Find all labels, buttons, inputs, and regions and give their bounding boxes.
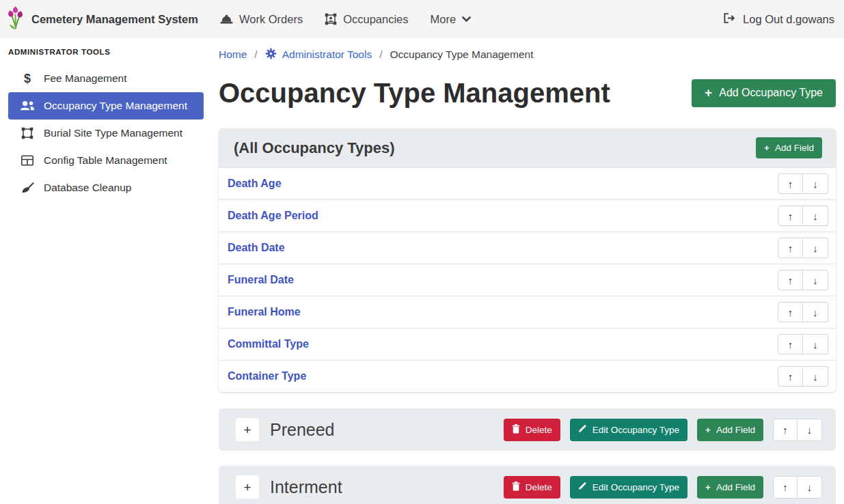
app-brand[interactable]: Cemetery Management System [7, 5, 198, 33]
sidebar-item-label: Config Table Management [44, 154, 167, 167]
plus-icon: + [764, 143, 770, 153]
breadcrumb-admin-tools-label: Administrator Tools [282, 48, 372, 61]
broom-icon [19, 182, 36, 194]
add-occupancy-type-label: Add Occupancy Type [719, 87, 823, 99]
sidebar: ADMINISTRATOR TOOLS $ Fee Management Occ… [0, 38, 212, 504]
move-up-button[interactable]: ↑ [778, 206, 803, 226]
sidebar-item-config-table-management[interactable]: Config Table Management [8, 147, 204, 174]
occupancy-type-section-interment: + Interment Delete [219, 466, 836, 504]
edit-occupancy-type-button[interactable]: Edit Occupancy Type [570, 419, 688, 441]
breadcrumb-admin-tools-link[interactable]: Administrator Tools [265, 48, 372, 62]
top-navbar: Cemetery Management System Work Orders [0, 0, 844, 38]
field-link-container-type[interactable]: Container Type [228, 370, 306, 382]
pencil-icon [578, 424, 587, 435]
trash-icon [512, 424, 520, 436]
users-icon [19, 100, 36, 111]
field-row: Funeral Home ↑ ↓ [219, 296, 836, 328]
page-title: Occupancy Type Management [219, 76, 610, 109]
app-title: Cemetery Management System [31, 13, 198, 26]
field-row: Committal Type ↑ ↓ [219, 328, 836, 360]
chevron-down-icon [462, 16, 471, 23]
move-down-button[interactable]: ↓ [803, 173, 828, 194]
move-down-button[interactable]: ↓ [798, 476, 822, 499]
sidebar-item-label: Occupancy Type Management [44, 100, 187, 112]
hard-hat-icon [220, 14, 233, 25]
field-link-death-age-period[interactable]: Death Age Period [228, 210, 318, 222]
breadcrumb-current: Occupancy Type Management [390, 48, 534, 61]
field-row: Funeral Date ↑ ↓ [219, 264, 836, 296]
add-field-button[interactable]: + Add Field [756, 137, 822, 158]
move-up-button[interactable]: ↑ [778, 334, 803, 354]
breadcrumb-separator: / [247, 48, 264, 61]
move-down-button[interactable]: ↓ [803, 206, 828, 226]
move-up-button[interactable]: ↑ [778, 270, 803, 290]
reorder-buttons: ↑ ↓ [778, 334, 828, 354]
sidebar-item-burial-site-type-management[interactable]: Burial Site Type Management [8, 120, 204, 147]
expand-button[interactable]: + [236, 475, 259, 499]
field-link-committal-type[interactable]: Committal Type [228, 338, 309, 350]
move-down-button[interactable]: ↓ [803, 302, 828, 322]
occupancy-frame-icon [325, 13, 337, 25]
trash-icon [512, 481, 520, 493]
plus-icon: + [705, 425, 711, 435]
field-row: Container Type ↑ ↓ [219, 360, 836, 392]
sidebar-item-occupancy-type-management[interactable]: Occupancy Type Management [8, 92, 204, 120]
field-link-death-age[interactable]: Death Age [228, 178, 282, 190]
move-up-button[interactable]: ↑ [778, 173, 803, 194]
move-up-button[interactable]: ↑ [773, 476, 798, 499]
move-down-button[interactable]: ↓ [803, 334, 828, 354]
nav-occupancies[interactable]: Occupancies [325, 13, 408, 26]
add-field-button[interactable]: + Add Field [697, 419, 763, 441]
breadcrumb-home-link[interactable]: Home [219, 48, 247, 61]
sidebar-item-database-cleanup[interactable]: Database Cleanup [8, 174, 204, 201]
pencil-icon [578, 481, 587, 492]
move-down-button[interactable]: ↓ [803, 366, 828, 387]
add-field-button[interactable]: + Add Field [697, 476, 763, 499]
reorder-buttons: ↑ ↓ [778, 173, 828, 194]
add-field-label: Add Field [775, 143, 814, 153]
tulip-logo-icon [7, 5, 25, 33]
table-icon [19, 155, 36, 166]
all-occupancy-types-card: (All Occupancy Types) + Add Field Death … [219, 128, 836, 392]
move-down-button[interactable]: ↓ [803, 270, 828, 290]
add-field-label: Add Field [716, 482, 755, 492]
main-content: Home / Administrator Tools / Occupancy T… [212, 38, 844, 504]
card-title: (All Occupancy Types) [234, 139, 395, 157]
logout-label: Log Out d.gowans [743, 13, 834, 26]
dollar-icon: $ [19, 72, 36, 86]
reorder-buttons: ↑ ↓ [773, 419, 822, 441]
edit-occupancy-type-button[interactable]: Edit Occupancy Type [570, 476, 688, 499]
move-up-button[interactable]: ↑ [778, 366, 803, 387]
move-down-button[interactable]: ↓ [803, 238, 828, 258]
plus-icon: + [705, 482, 711, 492]
field-link-funeral-date[interactable]: Funeral Date [228, 274, 294, 286]
move-up-button[interactable]: ↑ [778, 302, 803, 322]
add-occupancy-type-button[interactable]: + Add Occupancy Type [692, 79, 836, 107]
reorder-buttons: ↑ ↓ [773, 476, 822, 499]
plus-icon: + [705, 85, 712, 100]
reorder-buttons: ↑ ↓ [778, 302, 828, 322]
nav-work-orders[interactable]: Work Orders [220, 13, 303, 26]
sidebar-item-label: Fee Management [44, 72, 127, 85]
logout-button[interactable]: Log Out d.gowans [723, 12, 834, 27]
sidebar-header: ADMINISTRATOR TOOLS [0, 42, 212, 56]
all-occupancy-types-header: (All Occupancy Types) + Add Field [219, 128, 836, 167]
breadcrumb: Home / Administrator Tools / Occupancy T… [219, 42, 836, 61]
move-up-button[interactable]: ↑ [773, 419, 798, 441]
logout-icon [723, 12, 736, 27]
sidebar-item-label: Burial Site Type Management [44, 127, 182, 139]
nav-more-label: More [431, 13, 457, 26]
sidebar-item-fee-management[interactable]: $ Fee Management [8, 65, 204, 92]
expand-button[interactable]: + [236, 418, 259, 441]
delete-button[interactable]: Delete [504, 476, 560, 499]
field-link-funeral-home[interactable]: Funeral Home [228, 306, 301, 318]
move-up-button[interactable]: ↑ [778, 238, 803, 258]
move-down-button[interactable]: ↓ [798, 419, 822, 441]
field-link-death-date[interactable]: Death Date [228, 242, 285, 254]
delete-button[interactable]: Delete [504, 419, 560, 441]
nav-more[interactable]: More [431, 13, 472, 26]
section-name: Interment [270, 477, 342, 497]
field-row: Death Age ↑ ↓ [219, 167, 836, 199]
reorder-buttons: ↑ ↓ [778, 366, 828, 387]
sidebar-item-label: Database Cleanup [44, 182, 131, 194]
